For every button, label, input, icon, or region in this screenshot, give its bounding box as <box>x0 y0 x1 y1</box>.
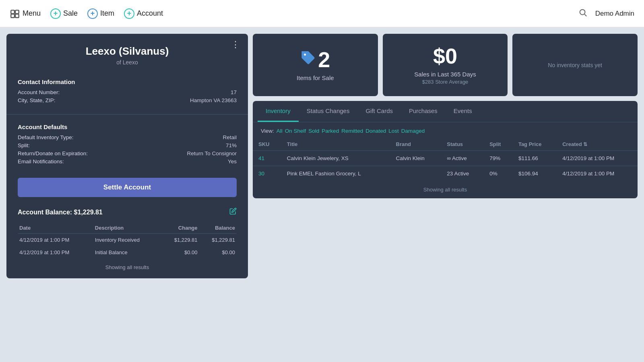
inv-split: 0% <box>484 166 513 181</box>
sort-icon[interactable]: ⇅ <box>583 142 587 147</box>
account-number-row: Account Number: 17 <box>18 89 237 95</box>
tab-status-changes[interactable]: Status Changes <box>299 101 358 122</box>
inventory-showing-all: Showing all results <box>253 181 638 198</box>
default-inventory-type-value: Retail <box>223 134 237 140</box>
settle-account-button[interactable]: Settle Account <box>18 178 237 197</box>
tab-inventory[interactable]: Inventory <box>258 101 299 122</box>
tag-price-col-header: Tag Price <box>513 138 557 151</box>
inv-sku[interactable]: 30 <box>253 166 281 181</box>
defaults-section-title: Account Defaults <box>18 123 237 130</box>
account-name: Leexo (Silvanus) <box>14 45 240 58</box>
right-panel: 2 Items for Sale $0 Sales in Last 365 Da… <box>253 34 638 198</box>
tab-gift-cards[interactable]: Gift Cards <box>357 101 401 122</box>
inv-status: 23 Active <box>441 166 484 181</box>
list-item: 30 Pink EMEL Fashion Grocery, L 23 Activ… <box>253 166 638 181</box>
view-sold[interactable]: Sold <box>308 128 319 134</box>
transactions-showing-all: Showing all results <box>6 264 248 270</box>
inv-title: Calvin Klein Jewelery, XS <box>281 151 390 166</box>
tx-description: Initial Balance <box>93 246 161 259</box>
svg-rect-0 <box>11 10 14 14</box>
view-filter: View: All On Shelf Sold Parked Remitted … <box>253 122 638 138</box>
view-donated[interactable]: Donated <box>365 128 386 134</box>
status-col-header: Status <box>441 138 484 151</box>
city-state-zip-label: City, State, ZIP: <box>18 97 56 103</box>
inv-tag-price: $106.94 <box>513 166 557 181</box>
tabs-nav: Inventory Status Changes Gift Cards Purc… <box>253 101 638 122</box>
balance-edit-icon[interactable] <box>229 208 237 217</box>
menu-nav-item[interactable]: Menu <box>10 8 41 19</box>
account-balance-row: Account Balance: $1,229.81 <box>6 204 248 218</box>
inv-split: 79% <box>484 151 513 166</box>
view-on-shelf[interactable]: On Shelf <box>285 128 306 134</box>
sales-amount: $0 <box>433 45 457 67</box>
tx-change: $1,229.81 <box>161 234 199 247</box>
sales-card: $0 Sales in Last 365 Days $283 Store Ave… <box>383 34 508 96</box>
email-notifications-value: Yes <box>228 158 237 165</box>
account-sub: of Leexo <box>14 59 240 66</box>
account-plus-icon: + <box>124 8 134 19</box>
inventory-stats-card: No inventory stats yet <box>512 34 638 96</box>
title-col-header: Title <box>281 138 390 151</box>
items-for-sale-count: 2 <box>318 49 330 70</box>
more-options-button[interactable]: ⋮ <box>231 40 240 49</box>
svg-rect-3 <box>15 14 19 18</box>
sale-nav-item[interactable]: + Sale <box>50 8 78 19</box>
svg-point-4 <box>580 9 585 14</box>
view-lost[interactable]: Lost <box>388 128 399 134</box>
sale-label: Sale <box>63 9 78 18</box>
tab-purchases[interactable]: Purchases <box>401 101 446 122</box>
status-badge: ∞ Active <box>447 155 466 161</box>
return-donate-row: Return/Donate on Expiration: Return To C… <box>18 150 237 156</box>
main-content: ⋮ Leexo (Silvanus) of Leexo Contact Info… <box>0 27 644 285</box>
view-parked[interactable]: Parked <box>322 128 339 134</box>
item-label: Item <box>100 9 114 18</box>
contact-section: Contact Information Account Number: 17 C… <box>6 74 248 110</box>
table-row: 4/12/2019 at 1:00 PM Initial Balance $0.… <box>18 246 237 259</box>
search-button[interactable] <box>578 8 587 19</box>
view-all[interactable]: All <box>277 128 283 134</box>
tab-events[interactable]: Events <box>446 101 480 122</box>
inv-created: 4/12/2019 at 1:00 PM <box>557 151 638 166</box>
contact-section-title: Contact Information <box>18 78 237 85</box>
sku-col-header: SKU <box>253 138 281 151</box>
inv-created: 4/12/2019 at 1:00 PM <box>557 166 638 181</box>
transaction-table: Date Description Change Balance 4/12/201… <box>18 222 237 259</box>
tx-change: $0.00 <box>161 246 199 259</box>
change-col-header: Change <box>161 222 199 234</box>
inv-title: Pink EMEL Fashion Grocery, L <box>281 166 390 181</box>
tx-balance: $0.00 <box>199 246 237 259</box>
item-plus-icon: + <box>87 8 98 19</box>
default-inventory-type-row: Default Inventory Type: Retail <box>18 134 237 140</box>
city-state-zip-row: City, State, ZIP: Hampton VA 23663 <box>18 97 237 103</box>
sales-label: Sales in Last 365 Days <box>414 71 476 78</box>
inv-brand <box>390 166 442 181</box>
account-balance-text: Account Balance: $1,229.81 <box>18 209 103 216</box>
view-damaged[interactable]: Damaged <box>401 128 425 134</box>
account-nav-item[interactable]: + Account <box>124 8 163 19</box>
view-label: View: <box>261 128 274 134</box>
split-label: Split: <box>18 142 30 148</box>
menu-label: Menu <box>23 9 41 18</box>
description-col-header: Description <box>93 222 161 234</box>
view-remitted[interactable]: Remitted <box>341 128 363 134</box>
tabs-section: Inventory Status Changes Gift Cards Purc… <box>253 101 638 198</box>
inv-tag-price: $111.66 <box>513 151 557 166</box>
left-panel: ⋮ Leexo (Silvanus) of Leexo Contact Info… <box>6 34 248 278</box>
sale-plus-icon: + <box>50 8 61 19</box>
split-col-header: Split <box>484 138 513 151</box>
return-donate-value: Return To Consignor <box>187 150 237 156</box>
brand-col-header: Brand <box>390 138 442 151</box>
default-inventory-type-label: Default Inventory Type: <box>18 134 74 140</box>
stats-row: 2 Items for Sale $0 Sales in Last 365 Da… <box>253 34 638 96</box>
inv-brand: Calvin Klein <box>390 151 442 166</box>
svg-rect-2 <box>11 14 14 18</box>
list-item: 41 Calvin Klein Jewelery, XS Calvin Klei… <box>253 151 638 166</box>
svg-point-6 <box>304 53 306 56</box>
items-for-sale-label: Items for Sale <box>297 74 334 81</box>
inv-sku[interactable]: 41 <box>253 151 281 166</box>
tx-date: 4/12/2019 at 1:00 PM <box>18 246 93 259</box>
inv-status: ∞ Active <box>441 151 484 166</box>
admin-label: Demo Admin <box>595 10 634 18</box>
item-nav-item[interactable]: + Item <box>87 8 114 19</box>
created-col-header: Created ⇅ <box>557 138 638 151</box>
